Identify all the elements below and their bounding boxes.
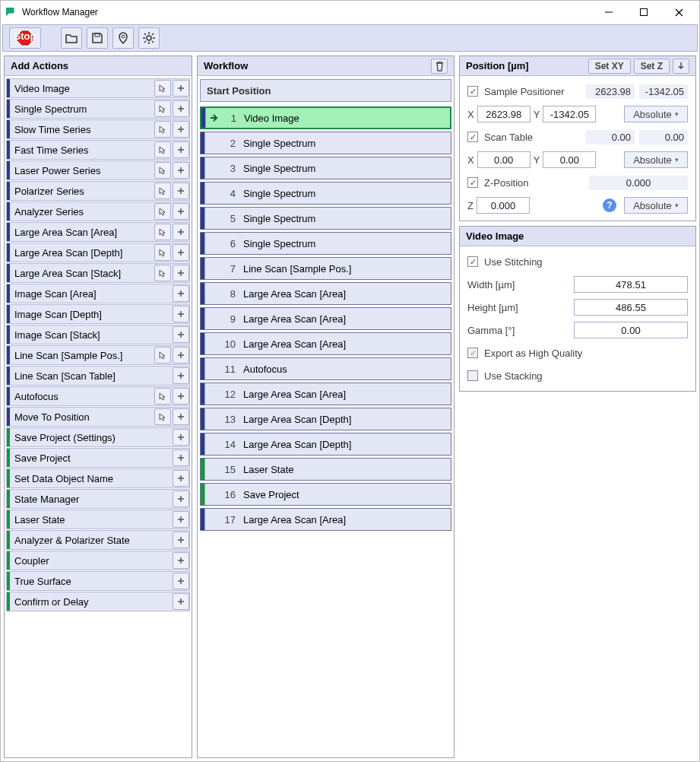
minimize-button[interactable] [591,1,626,24]
pick-position-icon[interactable] [154,347,171,364]
add-icon[interactable] [173,306,189,322]
add-icon[interactable] [173,593,189,610]
action-item[interactable]: Polarizer Series [6,181,190,201]
pick-position-icon[interactable] [154,141,171,158]
action-item[interactable]: Line Scan [Scan Table] [6,366,190,386]
action-item[interactable]: Large Area Scan [Area] [6,222,190,242]
add-icon[interactable] [173,203,189,220]
pick-position-icon[interactable] [154,265,171,281]
add-icon[interactable] [173,408,189,425]
add-icon[interactable] [173,511,189,528]
action-item[interactable]: Analyzer Series [6,202,190,221]
action-item[interactable]: Fast Time Series [6,140,190,160]
action-item[interactable]: Analyzer & Polarizer State [6,530,190,550]
settings-button[interactable] [138,27,160,49]
action-item[interactable]: Autofocus [6,386,190,406]
pick-position-icon[interactable] [154,203,171,220]
add-icon[interactable] [173,183,189,199]
width-input[interactable] [574,276,688,293]
delete-button[interactable] [431,59,448,74]
workflow-item[interactable]: 3 Single Spectrum [200,157,451,179]
workflow-item[interactable]: 1 Video Image [200,106,451,129]
action-item[interactable]: Image Scan [Stack] [6,325,190,344]
action-item[interactable]: Laser Power Series [6,160,190,180]
add-icon[interactable] [173,244,189,261]
action-item[interactable]: Coupler [6,551,190,570]
scan-table-checkbox[interactable]: ✓ [467,132,478,142]
action-item[interactable]: State Manager [6,489,190,509]
add-icon[interactable] [173,470,189,487]
workflow-item[interactable]: 16 Save Project [200,483,451,506]
action-item[interactable]: Video Image [6,78,190,98]
scan-x-input[interactable] [477,151,531,168]
action-item[interactable]: Slow Time Series [6,119,190,139]
add-icon[interactable] [173,80,189,97]
action-item[interactable]: True Surface [6,571,190,591]
add-icon[interactable] [173,552,189,569]
action-item[interactable]: Image Scan [Area] [6,284,190,303]
workflow-item[interactable]: 14 Large Area Scan [Depth] [200,433,451,456]
workflow-item[interactable]: 4 Single Spectrum [200,182,451,205]
use-stacking-checkbox[interactable]: ✓ [467,370,478,381]
add-icon[interactable] [173,100,189,117]
stop-button[interactable]: Stop [9,27,41,49]
maximize-button[interactable] [626,1,661,24]
sample-positioner-checkbox[interactable]: ✓ [467,86,478,97]
workflow-item[interactable]: 13 Large Area Scan [Depth] [200,408,451,430]
sample-x-input[interactable] [477,106,531,122]
add-icon[interactable] [173,429,189,446]
set-xy-button[interactable]: Set XY [588,59,631,74]
action-item[interactable]: Save Project (Settings) [6,427,190,447]
z-input[interactable] [477,197,530,214]
scan-mode-select[interactable]: Absolute▾ [624,151,688,168]
action-item[interactable]: Single Spectrum [6,99,190,119]
add-icon[interactable] [173,532,189,548]
action-item[interactable]: Laser State [6,510,190,529]
workflow-item[interactable]: 10 Large Area Scan [Area] [200,332,451,355]
add-icon[interactable] [173,121,189,138]
add-icon[interactable] [173,141,189,158]
open-button[interactable] [61,27,82,49]
add-icon[interactable] [173,388,189,405]
workflow-item[interactable]: 6 Single Spectrum [200,232,451,255]
action-item[interactable]: Large Area Scan [Depth] [6,243,190,262]
z-position-checkbox[interactable]: ✓ [467,177,478,188]
pick-position-icon[interactable] [154,183,171,199]
add-icon[interactable] [173,491,189,507]
pick-position-icon[interactable] [154,224,171,240]
apply-down-button[interactable] [673,59,689,74]
pick-position-icon[interactable] [154,408,171,425]
pick-position-icon[interactable] [154,121,171,138]
set-z-button[interactable]: Set Z [634,59,670,74]
height-input[interactable] [574,299,688,316]
help-icon[interactable]: ? [603,198,616,212]
action-item[interactable]: Move To Position [6,407,190,427]
pick-position-icon[interactable] [154,80,171,97]
workflow-item[interactable]: 7 Line Scan [Sample Pos.] [200,257,451,280]
z-mode-select[interactable]: Absolute▾ [624,197,688,214]
add-icon[interactable] [173,573,189,589]
gamma-input[interactable] [574,322,688,338]
action-item[interactable]: Image Scan [Depth] [6,304,190,324]
location-button[interactable] [112,27,134,49]
pick-position-icon[interactable] [154,100,171,117]
add-icon[interactable] [173,449,189,466]
sample-mode-select[interactable]: Absolute▾ [624,106,688,122]
add-icon[interactable] [173,162,189,179]
workflow-item[interactable]: 8 Large Area Scan [Area] [200,282,451,305]
pick-position-icon[interactable] [154,162,171,179]
add-icon[interactable] [173,367,189,384]
close-button[interactable] [661,1,696,24]
save-button[interactable] [87,27,108,49]
add-icon[interactable] [173,265,189,281]
workflow-start-item[interactable]: Start Position [200,79,451,102]
use-stitching-checkbox[interactable]: ✓ [467,256,478,267]
pick-position-icon[interactable] [154,388,171,405]
add-icon[interactable] [173,326,189,343]
action-item[interactable]: Line Scan [Sample Pos.] [6,345,190,365]
action-item[interactable]: Large Area Scan [Stack] [6,263,190,283]
action-item[interactable]: Confirm or Delay [6,592,190,611]
workflow-item[interactable]: 2 Single Spectrum [200,132,451,154]
export-hq-checkbox[interactable]: ✓ [467,348,478,358]
add-icon[interactable] [173,347,189,364]
